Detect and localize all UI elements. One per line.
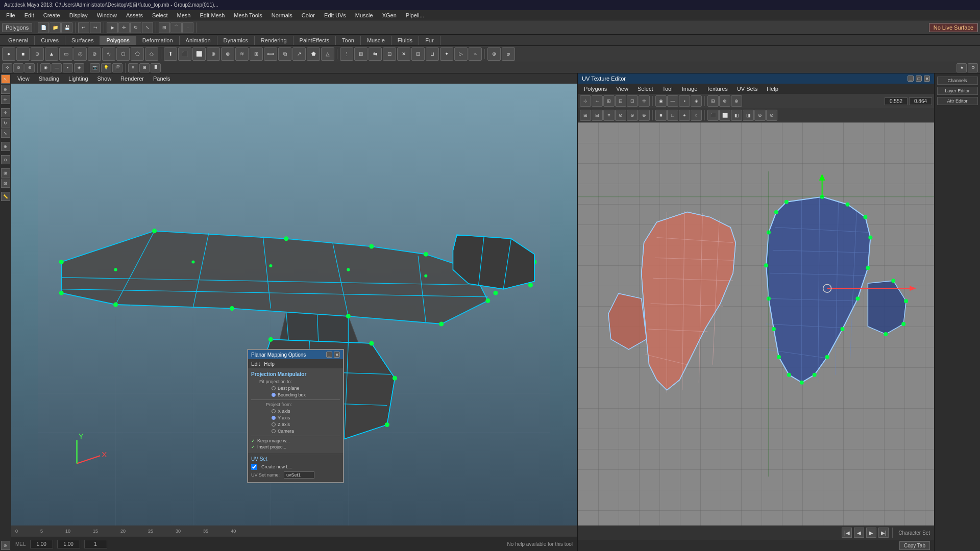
- uv-tool4[interactable]: ⊟: [615, 95, 626, 107]
- uv-menu-view[interactable]: View: [612, 85, 632, 93]
- tool-rotate[interactable]: ↻: [1, 118, 10, 128]
- attr-btn[interactable]: ≣: [151, 63, 161, 72]
- uv-canvas[interactable]: [578, 122, 934, 525]
- tool-snap[interactable]: ⊡: [1, 179, 10, 188]
- insert-proj-check[interactable]: ✓: [251, 444, 255, 449]
- menu-mesh-tools[interactable]: Mesh Tools: [230, 11, 266, 19]
- slide-btn[interactable]: ⇆: [369, 47, 382, 61]
- insert-btn[interactable]: ⊞: [354, 47, 368, 61]
- uv-btn[interactable]: ◈: [74, 63, 84, 72]
- uv-select2[interactable]: —: [667, 95, 678, 107]
- geo2-btn[interactable]: ◇: [145, 47, 158, 61]
- uv-menu-help[interactable]: Help: [763, 85, 782, 93]
- project-y-radio[interactable]: [272, 416, 276, 420]
- uv-snap1[interactable]: ⊞: [707, 95, 719, 107]
- planar-menu-help[interactable]: Help: [264, 361, 275, 367]
- uv-filter6[interactable]: ⊙: [766, 110, 777, 121]
- right-panel-item2[interactable]: Layer Editor: [937, 87, 978, 95]
- pipe-btn[interactable]: ⊘: [88, 47, 101, 61]
- uv-tool6[interactable]: ✛: [639, 95, 650, 107]
- plane-btn[interactable]: ▭: [59, 47, 72, 61]
- uv-tool1[interactable]: ⊹: [580, 95, 591, 107]
- vertex-btn[interactable]: ◉: [40, 63, 51, 72]
- play-start-btn[interactable]: |◀: [842, 528, 852, 538]
- render-btn[interactable]: 🎬: [112, 63, 122, 72]
- planar-minimize-btn[interactable]: _: [326, 352, 332, 358]
- polygons-mode[interactable]: Polygons: [2, 23, 32, 32]
- uv-filter2[interactable]: ⬜: [719, 110, 730, 121]
- tool-paint[interactable]: ✏: [1, 95, 10, 104]
- uv-menu-textures[interactable]: Textures: [702, 85, 732, 93]
- scale-btn[interactable]: ⤡: [142, 22, 153, 33]
- uv-minimize-btn[interactable]: _: [908, 76, 914, 82]
- uv-tool3[interactable]: ⊞: [603, 95, 615, 107]
- menu-edit-mesh[interactable]: Edit Mesh: [195, 11, 229, 19]
- tool-scale[interactable]: ⤡: [1, 129, 10, 138]
- vp-menu-view[interactable]: View: [13, 74, 34, 83]
- uv-filter4[interactable]: ◨: [743, 110, 754, 121]
- uv-layout4[interactable]: ⊝: [615, 110, 626, 121]
- rotate-btn[interactable]: ↻: [130, 22, 141, 33]
- tab-animation[interactable]: Animation: [180, 36, 217, 45]
- menu-display[interactable]: Display: [65, 11, 92, 19]
- menu-muscle[interactable]: Muscle: [351, 11, 377, 19]
- snap-grid-btn[interactable]: ⊞: [159, 22, 170, 33]
- camera-btn[interactable]: 📷: [90, 63, 100, 72]
- vp-menu-show[interactable]: Show: [93, 74, 116, 83]
- tab-polygons[interactable]: Polygons: [100, 36, 136, 45]
- poke-btn[interactable]: ✦: [440, 47, 453, 61]
- uv-maximize-btn[interactable]: □: [916, 76, 922, 82]
- tab-painteffects[interactable]: PaintEffects: [293, 36, 336, 45]
- menu-edit-uvs[interactable]: Edit UVs: [320, 11, 350, 19]
- uv-snap3[interactable]: ⊕: [731, 95, 742, 107]
- settings-btn[interactable]: ⚙: [968, 63, 978, 72]
- tool-move[interactable]: ✛: [1, 108, 10, 117]
- tab-fur[interactable]: Fur: [419, 36, 440, 45]
- svg-btn[interactable]: ⬠: [131, 47, 144, 61]
- uv-layout5[interactable]: ⊛: [627, 110, 638, 121]
- uv-select3[interactable]: ▪: [679, 95, 690, 107]
- tool-select[interactable]: ↖: [1, 74, 10, 84]
- vp-menu-lighting[interactable]: Lighting: [64, 74, 92, 83]
- tab-fluids[interactable]: Fluids: [391, 36, 419, 45]
- status-field1[interactable]: [30, 540, 53, 548]
- uv-menu-uvsets[interactable]: UV Sets: [733, 85, 762, 93]
- keep-image-check[interactable]: ✓: [251, 438, 255, 443]
- tool-universal[interactable]: ⊕: [1, 142, 10, 151]
- target-weld-btn[interactable]: ⊛: [487, 47, 501, 61]
- uv-filter3[interactable]: ◧: [731, 110, 742, 121]
- cylinder-btn[interactable]: ⊙: [31, 47, 44, 61]
- mirror-btn[interactable]: ⟺: [264, 47, 277, 61]
- new-scene-btn[interactable]: 📄: [38, 22, 49, 33]
- offset-btn[interactable]: ⊡: [383, 47, 396, 61]
- uv-filter5[interactable]: ⊜: [754, 110, 766, 121]
- timeline-bar[interactable]: 0 5 10 15 20 25 30 35 40: [11, 525, 577, 537]
- uv-tool2[interactable]: ↔: [592, 95, 603, 107]
- tool-grid[interactable]: ⊞: [1, 168, 10, 178]
- fit-bounding-box-radio[interactable]: [272, 393, 276, 397]
- vp-menu-shading[interactable]: Shading: [35, 74, 63, 83]
- fit-best-plane-radio[interactable]: [272, 386, 276, 390]
- select-btn[interactable]: ▶: [107, 22, 118, 33]
- open-btn[interactable]: 📁: [50, 22, 61, 33]
- save-btn[interactable]: 💾: [61, 22, 72, 33]
- extrude-btn[interactable]: ⬆: [164, 47, 177, 61]
- sym-btn[interactable]: ⊝: [24, 63, 35, 72]
- bevel-btn[interactable]: ⬜: [192, 47, 206, 61]
- uv-disp4[interactable]: ○: [691, 110, 702, 121]
- helix-btn[interactable]: ∿: [102, 47, 115, 61]
- tab-general[interactable]: General: [2, 36, 35, 45]
- uv-set-name-input[interactable]: [284, 471, 314, 479]
- uv-close-btn[interactable]: ✕: [924, 76, 930, 82]
- menu-window[interactable]: Window: [93, 11, 121, 19]
- uv-layout6[interactable]: ⊕: [639, 110, 650, 121]
- planar-menu-edit[interactable]: Edit: [251, 361, 260, 367]
- reduce-btn[interactable]: △: [321, 47, 334, 61]
- status-field3[interactable]: [84, 540, 107, 548]
- channel-btn[interactable]: ⊞: [139, 63, 150, 72]
- tab-deformation[interactable]: Deformation: [136, 36, 180, 45]
- tab-curves[interactable]: Curves: [35, 36, 65, 45]
- menu-xgen[interactable]: XGen: [378, 11, 401, 19]
- uv-layout1[interactable]: ⊞: [580, 110, 591, 121]
- viewport-3d[interactable]: X Y Planar Mapping Options _ ✕ Edit: [11, 84, 577, 525]
